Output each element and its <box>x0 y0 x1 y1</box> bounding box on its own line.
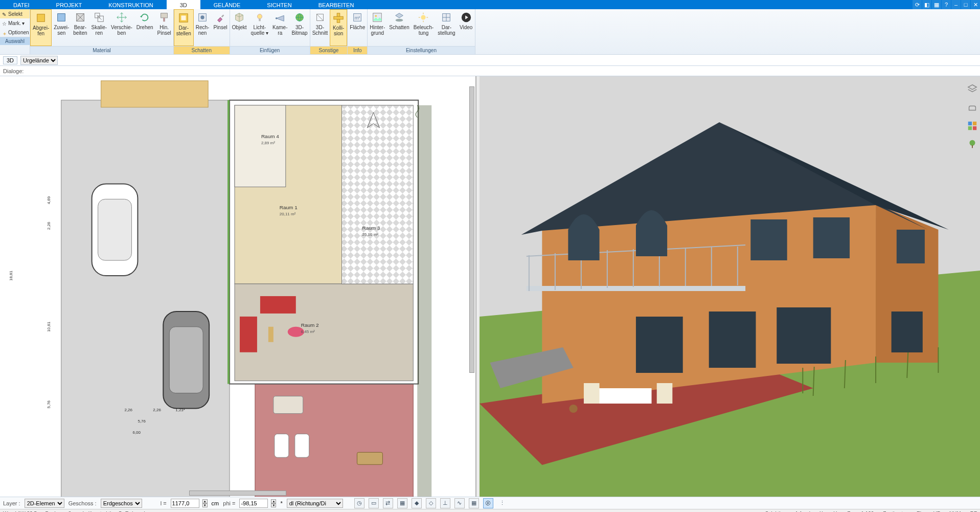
tab-bearbeiten[interactable]: BEARBEITEN <box>305 0 368 9</box>
view-mode-chip[interactable]: 3D <box>3 56 17 64</box>
tab-konstruktion[interactable]: KONSTRUKTION <box>95 0 166 9</box>
ribbon-skalieren-button[interactable]: Skalie-ren <box>89 9 109 46</box>
maximize-icon[interactable]: □ <box>961 0 970 9</box>
mode-select[interactable]: dl (Richtung/Di <box>287 499 343 508</box>
svg-text:Raum 1: Raum 1 <box>280 205 298 210</box>
tab-sichten[interactable]: SICHTEN <box>254 0 305 9</box>
ribbon-bitmap3d-l1: 3D- <box>295 25 304 30</box>
svg-rect-103 <box>892 311 923 352</box>
ribbon-darstellung-l2: stellung <box>438 30 455 36</box>
bearbeiten-icon <box>74 11 86 24</box>
geschoss-field[interactable]: Erdgeschos <box>101 499 142 508</box>
tree-icon[interactable] <box>967 139 978 150</box>
svg-text:1,23*: 1,23* <box>175 408 185 412</box>
palette-icon[interactable] <box>967 120 978 131</box>
tab-gelaende[interactable]: GELÄNDE <box>200 0 254 9</box>
layer-select[interactable]: Urgelände <box>20 56 58 65</box>
ribbon-pinsel-button[interactable]: Pinsel <box>211 9 229 46</box>
ribbon-schnitt3d-l1: 3D- <box>316 25 324 30</box>
ribbon-kamera-button[interactable]: Kame-ra <box>270 9 289 46</box>
svg-rect-97 <box>750 219 787 260</box>
selekt-button[interactable]: ✎Selekt <box>0 9 30 18</box>
ribbon-lichtquelle-button[interactable]: Licht-quelle ▾ <box>249 9 270 46</box>
svg-rect-12 <box>259 19 261 21</box>
l-spinner[interactable]: ▲▼ <box>202 499 208 507</box>
ribbon-hintergrund-button[interactable]: Hinter-grund <box>368 9 387 46</box>
sync-icon[interactable]: ⟳ <box>913 0 922 9</box>
plan-canvas[interactable]: Raum 42,89 m² Raum 120,11 m² Raum 325,10… <box>0 76 475 497</box>
ribbon-schnitt3d-button[interactable]: 3D-Schnitt <box>310 9 330 46</box>
svg-rect-99 <box>897 230 925 263</box>
optionen-button[interactable]: ＋Optionen <box>0 28 30 37</box>
layers-icon[interactable] <box>967 83 978 95</box>
ribbon-rechnen-button[interactable]: Rech-nen <box>194 9 212 46</box>
tool1-icon[interactable]: ◧ <box>922 0 931 9</box>
render-canvas[interactable] <box>480 76 980 497</box>
ribbon-kollision-l1: Kolli- <box>333 25 344 31</box>
menubar: DATEI PROJEKT KONSTRUKTION 3D GELÄNDE SI… <box>0 0 980 9</box>
mark-button[interactable]: ☆Mark.▾ <box>0 18 30 28</box>
minimize-icon[interactable]: – <box>951 0 961 9</box>
ribbon-video-button[interactable]: Video <box>458 9 475 46</box>
work-area: Raum 42,89 m² Raum 120,11 m² Raum 325,10… <box>0 76 980 497</box>
tab-3d[interactable]: 3D <box>167 0 200 9</box>
more-icon[interactable]: ⋮ <box>497 498 508 508</box>
ribbon-abgreifen-button[interactable]: Abgrei-fen <box>30 9 52 46</box>
svg-text:Raum 2: Raum 2 <box>301 322 319 328</box>
clock-icon[interactable]: ◷ <box>354 498 364 508</box>
ribbon-hinpinsel-button[interactable]: Hin.Pinsel <box>155 9 173 46</box>
h-scrollbar-2d[interactable] <box>189 491 286 496</box>
ribbon-beleuchtung-button[interactable]: Beleuch-tung <box>412 9 436 46</box>
close-icon[interactable]: ✕ <box>971 0 980 9</box>
link-icon[interactable]: ⇄ <box>383 498 393 508</box>
l-input[interactable] <box>171 499 199 508</box>
snap-mid-icon[interactable]: ◇ <box>426 498 436 508</box>
tool2-icon[interactable]: ▦ <box>932 0 941 9</box>
layer-field[interactable]: 2D-Elemen <box>25 499 64 508</box>
ribbon-verschieben-button[interactable]: Verschie-ben <box>109 9 134 46</box>
pane-3d[interactable] <box>480 76 980 497</box>
phi-input[interactable] <box>239 499 268 508</box>
snap-endpoint-icon[interactable]: ◆ <box>412 498 422 508</box>
ribbon-darstellen-button[interactable]: Dar-stellen <box>174 9 194 46</box>
screen-icon[interactable]: ▭ <box>369 498 379 508</box>
svg-rect-86 <box>527 286 745 291</box>
svg-rect-119 <box>973 126 976 130</box>
snap-node-icon[interactable]: ⦿ <box>483 498 493 508</box>
ribbon-drehen-button[interactable]: Drehen <box>134 9 155 46</box>
ribbon-kollision-button[interactable]: Kolli-sion <box>330 9 347 46</box>
ribbon-objekt-button[interactable]: Objekt <box>230 9 249 46</box>
svg-text:Raum 4: Raum 4 <box>261 133 279 139</box>
grid-icon[interactable]: ▦ <box>469 498 479 508</box>
ribbon-schatten2-button[interactable]: Schatten <box>387 9 411 46</box>
ribbon-group-info: m²FlächeInfo <box>348 9 368 54</box>
ribbon-skalieren-l2: ren <box>96 30 103 36</box>
ribbon-bearbeiten-l2: beiten <box>73 30 87 36</box>
pane-2d[interactable]: Raum 42,89 m² Raum 120,11 m² Raum 325,10… <box>0 76 476 497</box>
ribbon-zuweisen-button[interactable]: Zuwei-sen <box>52 9 71 46</box>
phi-spinner[interactable]: ▲▼ <box>271 499 276 507</box>
ribbon-bitmap3d-l2: Bitmap <box>292 30 308 36</box>
v-scrollbar-2d[interactable] <box>469 86 474 373</box>
darstellung-icon <box>440 11 452 24</box>
svg-rect-32 <box>61 100 230 497</box>
flaeche-icon: m² <box>351 11 363 24</box>
furniture-icon[interactable] <box>967 102 978 113</box>
geschoss-label: Geschoss : <box>69 500 97 506</box>
ribbon-flaeche-button[interactable]: m²Fläche <box>348 9 367 46</box>
svg-point-21 <box>375 15 377 17</box>
tab-projekt[interactable]: PROJEKT <box>43 0 96 9</box>
floor-bar: 3D Urgelände <box>0 55 980 66</box>
tab-datei[interactable]: DATEI <box>0 0 43 9</box>
ribbon-darstellung-button[interactable]: Dar-stellung <box>436 9 457 46</box>
snap-perp-icon[interactable]: ⊥ <box>440 498 450 508</box>
help-icon[interactable]: ? <box>942 0 951 9</box>
snap-tan-icon[interactable]: ∿ <box>454 498 465 508</box>
svg-rect-56 <box>417 105 431 497</box>
ribbon-bitmap3d-button[interactable]: 3D-Bitmap <box>290 9 310 46</box>
ribbon-bearbeiten-button[interactable]: Bear-beiten <box>71 9 89 46</box>
plus-icon: ＋ <box>2 30 7 35</box>
cube-icon[interactable]: ▦ <box>397 498 407 508</box>
ribbon-zuweisen-l2: sen <box>57 30 65 36</box>
ribbon-hinpinsel-l2: Pinsel <box>157 30 171 36</box>
